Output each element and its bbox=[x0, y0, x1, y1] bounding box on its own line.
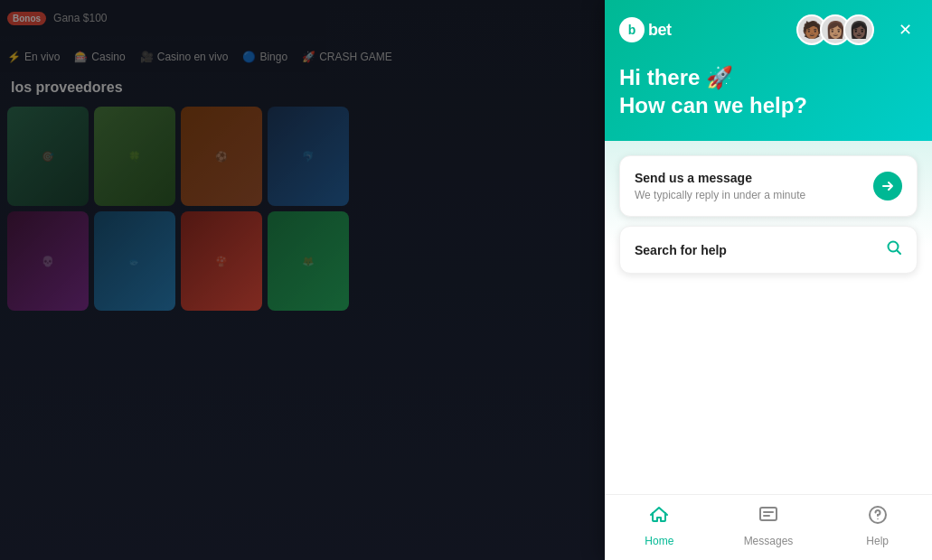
search-card[interactable]: Search for help bbox=[619, 226, 918, 274]
chat-header: b bet 🧑🏾 👩🏽 👩🏿 ✕ Hi there 🚀 How can we h… bbox=[605, 0, 932, 141]
close-button[interactable]: ✕ bbox=[892, 17, 918, 42]
greeting-line2: How can we help? bbox=[619, 91, 918, 119]
avatar-3: 👩🏿 bbox=[843, 14, 874, 45]
chat-footer: Home Messages Help bbox=[605, 494, 932, 560]
tab-messages[interactable]: Messages bbox=[737, 504, 800, 547]
greeting-line1: Hi there 🚀 bbox=[619, 63, 918, 91]
chat-greeting: Hi there 🚀 How can we help? bbox=[619, 63, 918, 141]
message-card-title: Send us a message bbox=[635, 171, 805, 185]
tab-help[interactable]: Help bbox=[846, 504, 909, 547]
message-card-content: Send us a message We typically reply in … bbox=[635, 171, 805, 201]
svg-rect-1 bbox=[760, 508, 777, 520]
chat-widget: b bet 🧑🏾 👩🏽 👩🏿 ✕ Hi there 🚀 How can we h… bbox=[605, 0, 932, 560]
chat-logo: b bet bbox=[619, 17, 672, 42]
messages-icon bbox=[758, 504, 779, 531]
message-card-subtitle: We typically reply in under a minute bbox=[635, 189, 805, 201]
chat-header-right: 🧑🏾 👩🏽 👩🏿 ✕ bbox=[796, 14, 918, 45]
chat-logo-text: bet bbox=[648, 21, 672, 40]
tab-home[interactable]: Home bbox=[627, 504, 691, 547]
help-icon bbox=[867, 504, 889, 531]
send-arrow-icon bbox=[873, 172, 902, 201]
tab-messages-label: Messages bbox=[744, 535, 794, 547]
chat-logo-icon: b bbox=[619, 17, 645, 42]
chat-body: Send us a message We typically reply in … bbox=[605, 141, 932, 494]
tab-help-label: Help bbox=[866, 535, 889, 547]
send-message-card[interactable]: Send us a message We typically reply in … bbox=[619, 155, 918, 217]
tab-home-label: Home bbox=[645, 535, 673, 547]
svg-point-3 bbox=[877, 518, 879, 520]
chat-header-top: b bet 🧑🏾 👩🏽 👩🏿 ✕ bbox=[619, 14, 918, 45]
search-icon bbox=[886, 239, 902, 260]
home-icon bbox=[648, 504, 670, 531]
search-card-label: Search for help bbox=[635, 243, 727, 257]
chat-avatars: 🧑🏾 👩🏽 👩🏿 bbox=[796, 14, 874, 45]
